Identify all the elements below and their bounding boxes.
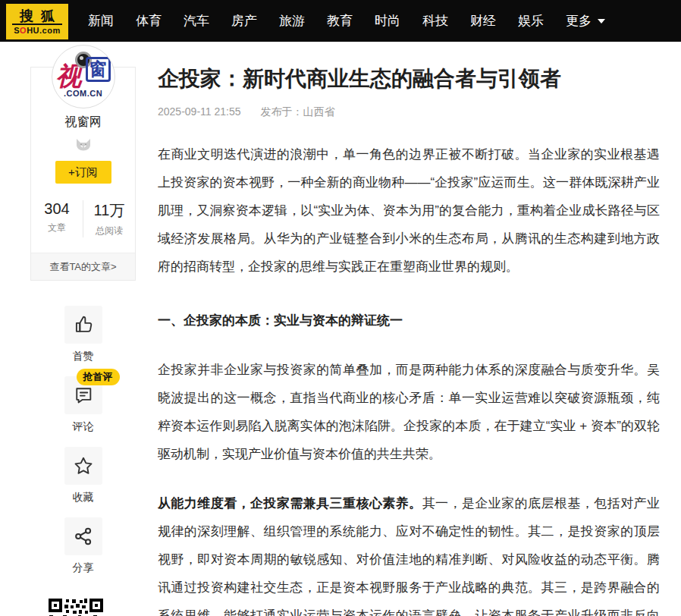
stat-total-reads: 11万 总阅读 [83, 200, 135, 237]
avatar-domain-text: .COM.CN [52, 89, 115, 98]
sohu-logo-en: SOHU.com [14, 26, 60, 35]
article-paragraph: 从能力维度看，企投家需兼具三重核心素养。其一，是企业家的底层根基，包括对产业规律… [158, 489, 660, 616]
nav-more-label: 更多 [566, 12, 592, 30]
logo-en-o: O [20, 26, 27, 35]
sohu-logo-cn: 搜狐 [12, 8, 62, 25]
article-meta: 2025-09-11 21:55 发布于：山西省 [158, 105, 660, 119]
view-author-articles-link[interactable]: 查看TA的文章> [31, 253, 135, 280]
chevron-down-icon [598, 19, 605, 24]
author-avatar[interactable]: 视 窗 .COM.CN [52, 45, 115, 108]
nav-item-realestate[interactable]: 房产 [231, 12, 257, 30]
nav-item-entertainment[interactable]: 娱乐 [518, 12, 544, 30]
article-paragraph-intro: 在商业文明迭代演进的浪潮中，单一角色的边界正被不断打破。当企业家的实业根基遇上投… [158, 140, 660, 281]
share-button[interactable]: 分享 [64, 517, 102, 575]
section-heading: 一、企投家的本质：实业与资本的辩证统一 [158, 306, 660, 335]
action-rail: 首赞 抢首评 评论 收藏 [30, 306, 136, 588]
stat-articles: 304 文章 [31, 200, 83, 237]
qr-code [48, 598, 104, 616]
sohu-fox-icon [74, 138, 93, 152]
stat-articles-value: 304 [31, 200, 83, 218]
share-iconbox [64, 517, 102, 555]
star-icon [73, 455, 94, 476]
nav-item-more[interactable]: 更多 [566, 12, 605, 30]
top-navbar: 搜狐 SOHU.com 新闻 体育 汽车 房产 旅游 教育 时尚 科技 财经 娱… [0, 0, 681, 42]
favorite-iconbox [64, 447, 102, 485]
author-name: 视窗网 [31, 115, 135, 130]
nav-item-auto[interactable]: 汽车 [184, 12, 209, 30]
article-main: 企投家：新时代商业生态的融合者与引领者 2025-09-11 21:55 发布于… [158, 65, 660, 616]
nav-item-tech[interactable]: 科技 [422, 12, 448, 30]
sohu-logo[interactable]: 搜狐 SOHU.com [6, 4, 68, 39]
stat-reads-label: 总阅读 [83, 225, 135, 237]
article-paragraph: 企投家并非企业家与投资家的简单叠加，而是两种能力体系的深度融合与质变升华。吴晓波… [158, 356, 660, 468]
first-comment-badge: 抢首评 [77, 369, 120, 385]
thumb-up-icon [73, 314, 94, 335]
nav-item-education[interactable]: 教育 [327, 12, 353, 30]
comment-label: 评论 [64, 420, 102, 434]
paragraph-text: 其一，是企业家的底层根基，包括对产业规律的深刻理解、组织管理的系统能力、应对不确… [158, 496, 660, 616]
article-title: 企投家：新时代商业生态的融合者与引领者 [158, 65, 660, 93]
like-button[interactable]: 首赞 [64, 306, 102, 363]
favorite-label: 收藏 [64, 491, 102, 504]
author-card: 视 窗 .COM.CN 视窗网 +订阅 304 文章 11万 总阅读 查看TA的… [30, 67, 136, 281]
share-label: 分享 [64, 561, 102, 575]
nav-item-sports[interactable]: 体育 [136, 12, 162, 30]
article-date: 2025-09-11 21:55 [158, 105, 241, 119]
paragraph-bold-lead: 从能力维度看，企投家需兼具三重核心素养。 [158, 496, 422, 511]
like-label: 首赞 [64, 350, 102, 363]
avatar-char-right: 窗 [86, 57, 111, 82]
stat-articles-label: 文章 [31, 222, 83, 234]
share-icon [73, 526, 94, 547]
nav-item-fashion[interactable]: 时尚 [375, 12, 400, 30]
logo-en-rest: HU.com [27, 26, 61, 35]
favorite-button[interactable]: 收藏 [64, 447, 102, 504]
comment-button[interactable]: 抢首评 评论 [64, 376, 102, 434]
nav-item-finance[interactable]: 财经 [470, 12, 496, 30]
paragraph-text: 在商业文明迭代演进的浪潮中，单一角色的边界正被不断打破。当企业家的实业根基遇上投… [158, 147, 660, 274]
article-source: 发布于：山西省 [261, 105, 335, 119]
nav-item-travel[interactable]: 旅游 [279, 12, 305, 30]
stat-reads-value: 11万 [83, 200, 135, 221]
nav-menu: 新闻 体育 汽车 房产 旅游 教育 时尚 科技 财经 娱乐 更多 [88, 0, 605, 42]
logo-en-s: S [14, 26, 20, 35]
comment-icon [73, 385, 94, 406]
subscribe-button[interactable]: +订阅 [55, 161, 111, 184]
like-iconbox [64, 306, 102, 344]
author-stats: 304 文章 11万 总阅读 [31, 200, 135, 237]
nav-item-news[interactable]: 新闻 [88, 12, 114, 30]
paragraph-text: 企投家并非企业家与投资家的简单叠加，而是两种能力体系的深度融合与质变升华。吴晓波… [158, 363, 660, 461]
